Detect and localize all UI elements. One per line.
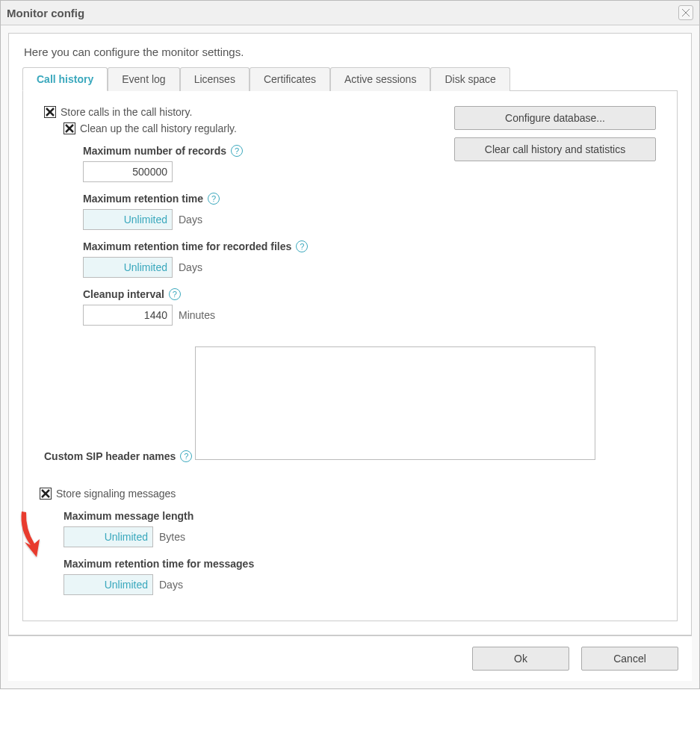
store-signaling-row: Store signaling messages [40,488,656,500]
cleanup-interval-block: Cleanup interval ? Minutes [83,288,656,326]
max-msg-retention-unit: Days [159,579,183,591]
cleanup-interval-input[interactable] [83,305,173,326]
titlebar: Monitor config [1,1,699,25]
help-icon[interactable]: ? [180,450,192,462]
sip-headers-block: Custom SIP header names ? [44,346,656,467]
max-msg-len-input[interactable] [64,526,153,547]
content-outer: Here you can configure the monitor setti… [1,25,699,688]
max-msg-retention-input[interactable] [64,574,153,595]
max-retention-input[interactable] [83,209,173,230]
store-calls-checkbox[interactable] [44,106,56,118]
tab-body: Configure database... Clear call history… [22,91,678,621]
checkmark-icon [41,489,50,498]
cancel-button[interactable]: Cancel [581,647,678,671]
tab-event-log[interactable]: Event log [108,67,179,91]
tab-active-sessions[interactable]: Active sessions [330,67,430,91]
intro-text: Here you can configure the monitor setti… [24,46,678,58]
sip-headers-label: Custom SIP header names ? [44,450,192,462]
cleanup-checkbox[interactable] [64,122,75,134]
cleanup-label: Clean up the call history regularly. [80,122,237,134]
max-retention-rec-label: Maximum retention time for recorded file… [83,240,308,252]
help-icon[interactable]: ? [296,240,308,252]
max-msg-len-block: Maximum message length Bytes [64,510,656,547]
max-retention-block: Maximum retention time ? Days [83,193,656,230]
tab-call-history[interactable]: Call history [22,67,108,91]
max-retention-unit: Days [179,214,202,226]
checkmark-icon [65,124,74,133]
max-msg-len-label: Maximum message length [64,510,193,522]
clear-call-history-button[interactable]: Clear call history and statistics [454,137,656,161]
tab-licenses[interactable]: Licenses [180,67,250,91]
store-signaling-checkbox[interactable] [40,488,52,500]
max-retention-rec-input[interactable] [83,257,173,278]
help-icon[interactable]: ? [169,288,181,300]
max-retention-rec-unit: Days [179,261,202,273]
sip-headers-input[interactable] [195,346,595,460]
window-title: Monitor config [7,7,84,19]
cleanup-interval-unit: Minutes [179,309,215,321]
max-msg-len-unit: Bytes [159,531,185,543]
ok-button[interactable]: Ok [472,647,569,671]
max-records-label: Maximum number of records ? [83,145,243,157]
help-icon[interactable]: ? [231,145,243,157]
max-msg-retention-label: Maximum retention time for messages [64,558,254,570]
annotation-arrow-icon [16,508,53,560]
max-records-input[interactable] [83,161,173,182]
max-retention-label: Maximum retention time ? [83,193,220,205]
max-retention-rec-block: Maximum retention time for recorded file… [83,240,656,278]
tab-certificates[interactable]: Certificates [250,67,330,91]
configure-database-button[interactable]: Configure database... [454,106,656,130]
close-icon [681,8,690,17]
side-buttons: Configure database... Clear call history… [454,106,656,161]
store-calls-label: Store calls in the call history. [61,106,192,118]
close-button[interactable] [678,5,693,20]
help-icon[interactable]: ? [208,193,220,205]
tabs: Call history Event log Licenses Certific… [22,67,678,91]
max-msg-retention-block: Maximum retention time for messages Days [64,558,656,595]
checkmark-icon [46,108,55,116]
monitor-config-window: Monitor config Here you can configure th… [0,0,700,689]
cleanup-interval-label: Cleanup interval ? [83,288,181,300]
tab-disk-space[interactable]: Disk space [430,67,509,91]
store-signaling-label: Store signaling messages [56,488,176,500]
content-panel: Here you can configure the monitor setti… [8,33,692,635]
dialog-footer: Ok Cancel [8,635,692,681]
